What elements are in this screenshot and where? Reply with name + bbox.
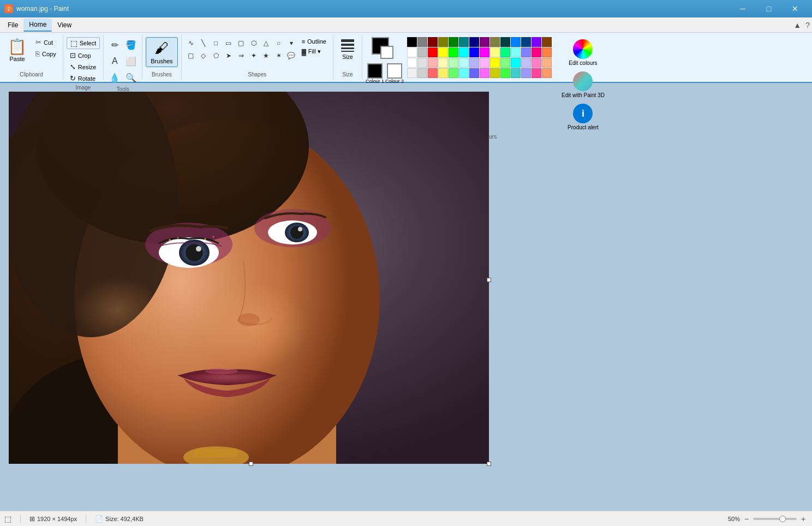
palette-cell[interactable] [407, 58, 417, 68]
palette-cell[interactable] [480, 58, 489, 68]
palette-cell[interactable] [521, 58, 531, 68]
palette-cell[interactable] [500, 47, 510, 57]
palette-cell[interactable] [500, 37, 510, 47]
palette-cell[interactable] [521, 68, 531, 78]
colour2-swatch[interactable] [380, 46, 393, 59]
text-tool[interactable]: A [107, 53, 122, 69]
shape-line[interactable]: ╲ [198, 37, 210, 49]
cut-button[interactable]: ✂ Cut [32, 37, 59, 47]
palette-cell[interactable] [417, 68, 427, 78]
minimize-button[interactable]: ─ [730, 0, 755, 17]
palette-cell[interactable] [407, 68, 417, 78]
palette-cell[interactable] [459, 37, 469, 47]
select-button[interactable]: ⬚ Select [67, 37, 100, 49]
product-alert-button[interactable]: i Product alert [557, 101, 609, 133]
canvas-handle-bm[interactable] [249, 462, 253, 466]
shape-poly[interactable]: ⬡ [248, 37, 260, 49]
shape-callout[interactable]: 💬 [285, 50, 297, 62]
palette-cell[interactable] [417, 58, 427, 68]
picker-tool[interactable]: 💧 [107, 70, 122, 85]
palette-cell[interactable] [428, 68, 438, 78]
fill-tool[interactable]: 🪣 [123, 37, 139, 52]
edit-paint3d-button[interactable]: Edit with Paint 3D [557, 69, 609, 100]
shape-star4[interactable]: ✦ [248, 50, 260, 62]
zoom-slider-thumb[interactable] [779, 516, 786, 522]
palette-cell[interactable] [521, 37, 531, 47]
menu-file[interactable]: File [2, 19, 23, 31]
resize-button[interactable]: ⤡ Resize [67, 62, 100, 72]
eraser-tool[interactable]: ⬜ [123, 53, 139, 69]
palette-cell[interactable] [469, 37, 479, 47]
palette-cell[interactable] [490, 58, 500, 68]
palette-cell[interactable] [511, 47, 521, 57]
ribbon-collapse-icon[interactable]: ▲ [793, 21, 801, 29]
palette-cell[interactable] [428, 37, 438, 47]
copy-button[interactable]: ⎘ Copy [32, 49, 59, 59]
shape-arrow1[interactable]: ➤ [223, 50, 235, 62]
palette-cell[interactable] [459, 47, 469, 57]
palette-cell[interactable] [438, 47, 448, 57]
menu-home[interactable]: Home [23, 19, 52, 32]
brushes-button[interactable]: 🖌 Brushes [146, 37, 177, 67]
rotate-button[interactable]: ↻ Rotate [67, 73, 100, 83]
close-button[interactable]: ✕ [783, 0, 808, 17]
palette-cell[interactable] [459, 58, 469, 68]
palette-cell[interactable] [407, 37, 417, 47]
zoom-slider[interactable] [753, 518, 797, 520]
shape-rect[interactable]: □ [210, 37, 222, 49]
canvas-handle-mr[interactable] [487, 278, 491, 282]
shape-rect2[interactable]: ▭ [223, 37, 235, 49]
palette-cell[interactable] [449, 47, 458, 57]
shape-star6[interactable]: ✶ [273, 50, 285, 62]
palette-cell[interactable] [532, 37, 541, 47]
paste-button[interactable]: 📋 Paste [3, 37, 31, 64]
canvas-image[interactable] [9, 92, 489, 464]
shape-diamond[interactable]: ◇ [198, 50, 210, 62]
palette-cell[interactable] [490, 47, 500, 57]
palette-cell[interactable] [511, 68, 521, 78]
palette-cell[interactable] [428, 58, 438, 68]
shape-star5[interactable]: ★ [260, 50, 272, 62]
maximize-button[interactable]: □ [756, 0, 781, 17]
palette-cell[interactable] [469, 47, 479, 57]
shape-ellipse[interactable]: ○ [273, 37, 285, 49]
palette-cell[interactable] [407, 47, 417, 57]
palette-cell[interactable] [428, 47, 438, 57]
shape-more[interactable]: ▾ [285, 37, 297, 49]
palette-cell[interactable] [500, 58, 510, 68]
palette-cell[interactable] [542, 37, 552, 47]
palette-cell[interactable] [469, 68, 479, 78]
palette-cell[interactable] [480, 37, 489, 47]
fill-button[interactable]: ▓ Fill ▾ [298, 47, 330, 56]
palette-cell[interactable] [542, 47, 552, 57]
palette-cell[interactable] [532, 47, 541, 57]
palette-cell[interactable] [438, 58, 448, 68]
palette-cell[interactable] [542, 68, 552, 78]
palette-cell[interactable] [469, 58, 479, 68]
palette-cell[interactable] [449, 37, 458, 47]
shape-curve[interactable]: ∿ [185, 37, 197, 49]
shape-pentagon[interactable]: ⬠ [210, 50, 222, 62]
palette-cell[interactable] [490, 68, 500, 78]
palette-cell[interactable] [438, 68, 448, 78]
palette-cell[interactable] [480, 47, 489, 57]
help-icon[interactable]: ? [805, 21, 810, 29]
outline-button[interactable]: ≡ Outline [298, 37, 330, 46]
colour2-button[interactable]: Colour 2 [385, 63, 404, 84]
shape-rounded[interactable]: ▢ [185, 50, 197, 62]
palette-cell[interactable] [438, 37, 448, 47]
palette-cell[interactable] [500, 68, 510, 78]
size-button[interactable]: Size [337, 37, 359, 62]
palette-cell[interactable] [449, 58, 458, 68]
palette-cell[interactable] [480, 68, 489, 78]
pencil-tool[interactable]: ✏ [107, 37, 122, 52]
palette-cell[interactable] [521, 47, 531, 57]
zoom-in-button[interactable]: + [799, 515, 808, 523]
shape-rect3[interactable]: ▢ [235, 37, 247, 49]
colour1-button[interactable]: Colour 1 [366, 63, 384, 84]
shape-arrow2[interactable]: ⇒ [235, 50, 247, 62]
palette-cell[interactable] [417, 37, 427, 47]
palette-cell[interactable] [532, 68, 541, 78]
palette-cell[interactable] [449, 68, 458, 78]
edit-colours-button[interactable]: Edit colours [557, 37, 609, 68]
